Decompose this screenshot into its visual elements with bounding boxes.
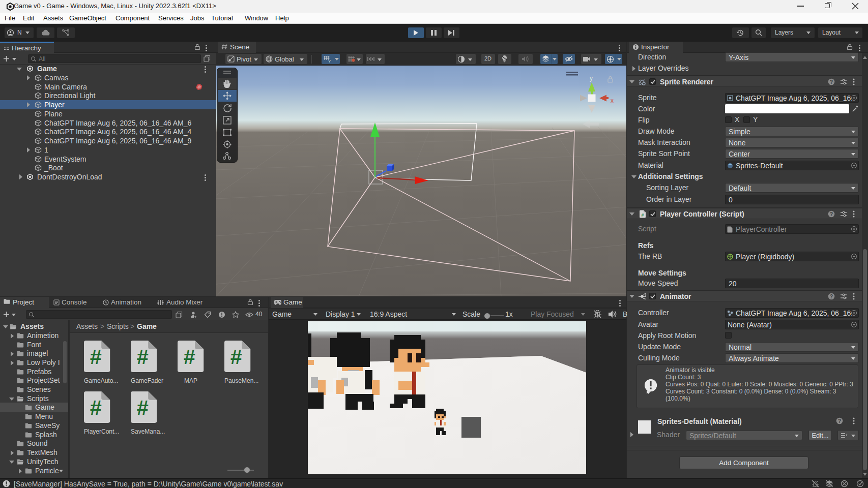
- svg-text:#: #: [641, 212, 644, 218]
- svg-text:y: y: [590, 75, 593, 82]
- svg-text:Y: Y: [328, 59, 331, 63]
- svg-text:x: x: [611, 97, 614, 104]
